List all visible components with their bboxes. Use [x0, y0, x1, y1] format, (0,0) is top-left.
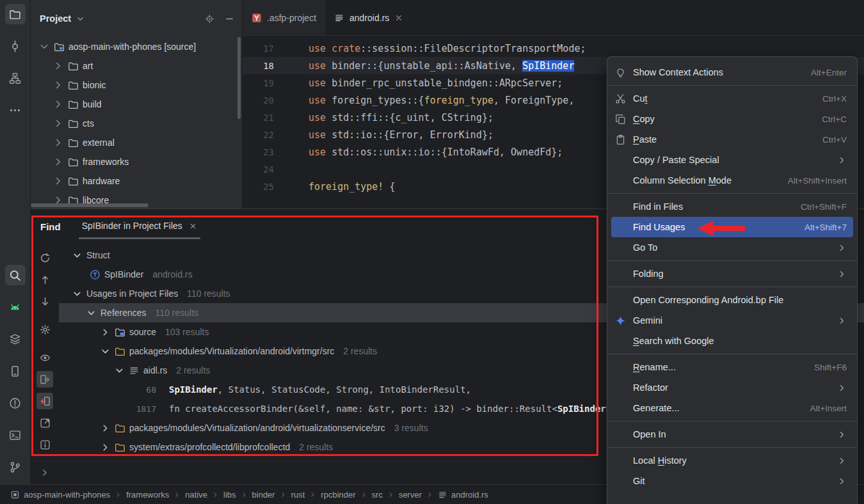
- submenu-arrow-icon: [837, 456, 847, 466]
- project-tree-row-art[interactable]: art: [31, 56, 242, 75]
- menu-item-label: Gemini: [633, 315, 662, 326]
- chevron-right-icon: [52, 156, 64, 168]
- code-segment: std::io::{Error, ErrorKind};: [332, 129, 493, 141]
- breadcrumb-item-rust[interactable]: rust: [291, 490, 305, 500]
- breadcrumb-item-src[interactable]: src: [372, 490, 383, 500]
- arrow-up-icon[interactable]: [36, 271, 53, 288]
- folder-icon: [68, 138, 79, 148]
- copy-icon: [615, 114, 628, 125]
- chevron-right-icon[interactable]: [40, 468, 50, 478]
- menu-item-copy[interactable]: CopyCtrl+C: [611, 109, 853, 129]
- commit-icon[interactable]: [5, 36, 26, 56]
- menu-item-open-corresponding-android-bp-file[interactable]: Open Corresponding Android.bp File: [611, 290, 853, 310]
- terminal-icon[interactable]: [5, 425, 26, 445]
- menu-separator: [607, 85, 857, 86]
- project-tree-row-aosp-main-with-phones-source[interactable]: aosp-main-with-phones [source]: [31, 37, 242, 56]
- autoscroll-from-source-icon[interactable]: [36, 393, 53, 409]
- menu-item-folding[interactable]: Folding: [611, 264, 853, 284]
- hide-icon[interactable]: [225, 14, 234, 24]
- close-icon[interactable]: [394, 13, 403, 22]
- code-text: use std::os::unix::io::{IntoRawFd, Owned…: [301, 146, 563, 158]
- project-vertical-scrollbar[interactable]: [237, 37, 241, 119]
- editor-tab-android-rs[interactable]: android.rs: [325, 0, 412, 35]
- menu-item-copy-paste-special[interactable]: Copy / Paste Special: [611, 150, 853, 170]
- menu-item-label: Show Context Actions: [633, 67, 723, 77]
- project-tree-row-frameworks[interactable]: frameworks: [31, 152, 242, 171]
- structure-icon[interactable]: [5, 68, 26, 88]
- breadcrumb-item-aosp-main-with-phones[interactable]: aosp-main-with-phones: [10, 490, 110, 500]
- selected-token: SpIBinder: [522, 60, 574, 72]
- menu-item-label: Copy: [633, 114, 655, 124]
- chevron-right-icon: [52, 98, 64, 110]
- project-icon[interactable]: [5, 4, 26, 24]
- breadcrumb-item-rpcbinder[interactable]: rpcbinder: [321, 490, 355, 500]
- menu-item-show-context-actions[interactable]: Show Context ActionsAlt+Enter: [611, 62, 853, 83]
- autoscroll-to-source-icon[interactable]: [36, 371, 53, 388]
- close-icon[interactable]: [189, 222, 197, 230]
- project-tree-row-external[interactable]: external: [31, 133, 242, 152]
- menu-item-label: Paste: [633, 134, 657, 145]
- project-tree-row-build[interactable]: build: [31, 95, 242, 114]
- menu-item-rename[interactable]: Rename...Shift+F6: [611, 357, 853, 377]
- running-devices-icon[interactable]: [5, 361, 26, 381]
- node-label: Usages in Project Files: [86, 288, 178, 299]
- breadcrumb-separator-icon: [309, 491, 316, 498]
- menu-item-go-to[interactable]: Go To: [611, 237, 853, 258]
- tree-node-label: cts: [83, 118, 94, 129]
- project-tree-row-bionic[interactable]: bionic: [31, 75, 242, 95]
- result-code-segment: , Status, StatusCode, Strong, IntoBinder…: [218, 384, 471, 395]
- breadcrumb-separator-icon: [212, 491, 219, 498]
- project-tree-row-cts[interactable]: cts: [31, 114, 242, 133]
- result-code-segment: SpIBinder: [169, 384, 218, 395]
- rerun-icon[interactable]: [36, 249, 53, 266]
- submenu-arrow-icon: [837, 269, 847, 279]
- breadcrumb-label: server: [399, 490, 422, 500]
- open-in-new-tab-icon[interactable]: [36, 414, 53, 431]
- node-label: Struct: [86, 250, 110, 260]
- menu-item-git[interactable]: Git: [611, 471, 853, 491]
- editor-tab-asfp-project[interactable]: .asfp-project: [243, 0, 325, 35]
- chevron-right-icon: [52, 175, 64, 187]
- project-panel: Project aosp-main-with-phones [source]ar…: [31, 0, 243, 209]
- line-number: 21: [243, 113, 301, 123]
- info-icon[interactable]: [36, 436, 53, 453]
- problems-icon[interactable]: [5, 393, 26, 413]
- menu-item-find-usages[interactable]: Find UsagesAlt+Shift+7: [611, 217, 853, 237]
- chevron-down-icon[interactable]: [76, 14, 85, 24]
- menu-item-find-in-files[interactable]: Find in FilesCtrl+Shift+F: [611, 196, 853, 217]
- app-quality-insights-icon[interactable]: [5, 329, 26, 349]
- code-segment: {: [383, 181, 395, 193]
- breadcrumb-item-libs[interactable]: libs: [223, 490, 236, 500]
- menu-item-paste[interactable]: PasteCtrl+V: [611, 129, 853, 150]
- breadcrumb-item-binder[interactable]: binder: [252, 490, 275, 500]
- breadcrumb-item-native[interactable]: native: [185, 490, 207, 500]
- breadcrumb-item-server[interactable]: server: [399, 490, 422, 500]
- menu-item-column-selection-mode[interactable]: Column Selection ModeAlt+Shift+Insert: [611, 170, 853, 191]
- menu-item-refactor[interactable]: Refactor: [611, 377, 853, 398]
- settings-icon[interactable]: [36, 321, 53, 338]
- project-tree-row-hardware[interactable]: hardware: [31, 171, 242, 191]
- search-icon[interactable]: [5, 265, 26, 285]
- breadcrumb-item-android-rs[interactable]: android.rs: [438, 490, 488, 500]
- line-number: 17: [243, 43, 301, 54]
- code-line[interactable]: 17use crate::session::FileDescriptorTran…: [243, 40, 864, 57]
- more-tool-windows-icon[interactable]: [5, 100, 26, 120]
- breadcrumb-item-frameworks[interactable]: frameworks: [126, 490, 169, 500]
- find-results-tab[interactable]: SpIBinder in Project Files: [79, 214, 200, 239]
- menu-item-search-with-google[interactable]: Search with Google: [611, 331, 853, 351]
- menu-item-cut[interactable]: CutCtrl+X: [611, 88, 853, 109]
- menu-item-gemini[interactable]: Gemini: [611, 310, 853, 331]
- menu-item-local-history[interactable]: Local History: [611, 450, 853, 471]
- menu-shortcut: Alt+Enter: [798, 68, 847, 77]
- logcat-icon[interactable]: [5, 297, 26, 317]
- arrow-down-icon[interactable]: [36, 293, 53, 310]
- menu-item-generate[interactable]: Generate...Alt+Insert: [611, 398, 853, 418]
- project-horizontal-scrollbar[interactable]: [31, 203, 148, 207]
- version-control-icon[interactable]: [5, 457, 26, 477]
- submenu-arrow-icon: [837, 383, 847, 393]
- locate-icon[interactable]: [205, 14, 214, 24]
- breadcrumb-label: native: [185, 490, 207, 500]
- menu-item-open-in[interactable]: Open In: [611, 424, 853, 445]
- preview-icon[interactable]: [36, 349, 53, 366]
- folder-icon: [115, 442, 125, 453]
